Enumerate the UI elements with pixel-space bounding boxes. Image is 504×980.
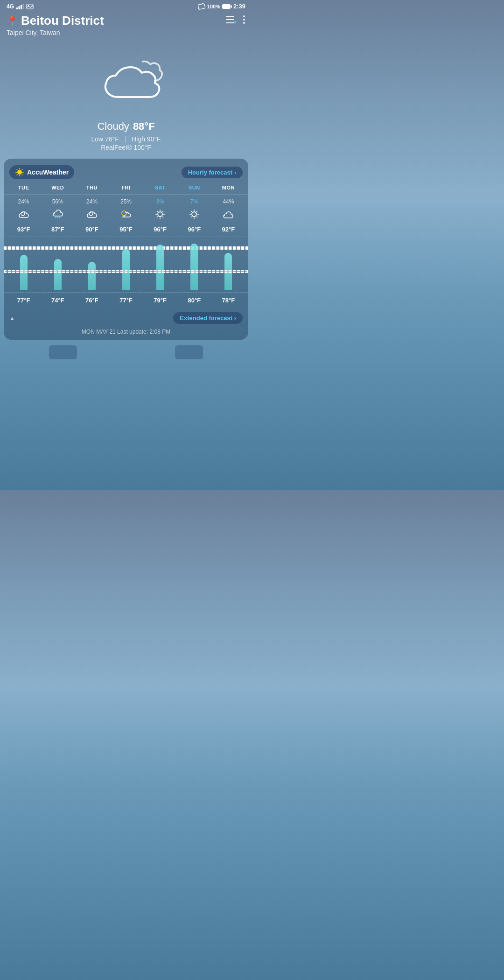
- temperature-bar: [190, 244, 198, 290]
- day-label: THU: [75, 184, 109, 191]
- svg-point-14: [17, 170, 22, 175]
- temperature-bar: [20, 255, 28, 290]
- hourly-forecast-button[interactable]: Hourly forecast ›: [182, 167, 243, 178]
- high-temp: 93°F: [7, 226, 41, 233]
- status-bar: 4G 100% 2:39: [0, 0, 252, 12]
- cloud-icon: [84, 55, 168, 111]
- weather-icon: [143, 209, 177, 222]
- high-temp: 92°F: [211, 226, 245, 233]
- location-name: 📍 Beitou District: [7, 14, 104, 28]
- svg-rect-9: [226, 22, 234, 23]
- svg-line-36: [162, 211, 163, 212]
- bar-wrapper: [41, 239, 75, 292]
- svg-line-26: [59, 217, 60, 218]
- weather-icon-section: [0, 41, 252, 120]
- precip-value: 24%: [7, 198, 41, 205]
- precip-value: 24%: [75, 198, 109, 205]
- image-icon: [26, 4, 34, 9]
- low-temp: 76°F: [75, 297, 109, 304]
- rotate-icon: [198, 3, 205, 10]
- bar-wrapper: [7, 239, 41, 292]
- svg-rect-6: [198, 3, 205, 9]
- bar-wrapper: [109, 239, 143, 292]
- high-temp: 90°F: [75, 226, 109, 233]
- svg-point-10: [234, 21, 237, 24]
- svg-point-11: [243, 15, 245, 17]
- last-update: MON MAY 21 Last update: 2:08 PM: [4, 326, 248, 340]
- weather-icon: [7, 210, 41, 221]
- svg-line-22: [17, 174, 18, 175]
- high-temp: High 90°F: [132, 135, 161, 143]
- day-label: FRI: [109, 184, 143, 191]
- location-pin-icon: 📍: [7, 15, 18, 27]
- svg-line-21: [21, 169, 22, 170]
- condition-label: Cloudy: [97, 120, 129, 133]
- status-left: 4G: [7, 3, 34, 10]
- extended-forecast-button[interactable]: Extended forecast ›: [173, 312, 243, 324]
- svg-line-37: [157, 217, 158, 217]
- svg-rect-7: [226, 16, 234, 17]
- weather-icon: [177, 209, 211, 222]
- high-temp: 96°F: [177, 226, 211, 233]
- temperature-bar: [122, 249, 130, 290]
- svg-line-20: [21, 174, 22, 175]
- svg-line-19: [17, 169, 18, 170]
- bar-wrapper: [75, 239, 109, 292]
- day-label: MON: [211, 184, 245, 191]
- precip-row: 24%56%24%25%3%7%44%: [4, 195, 248, 207]
- svg-rect-1: [19, 6, 20, 9]
- svg-rect-3: [23, 4, 24, 9]
- signal-label: 4G: [7, 3, 14, 10]
- location-info: 📍 Beitou District Taipei City, Taiwan: [7, 14, 104, 36]
- low-temp: 74°F: [41, 297, 75, 304]
- precip-value: 44%: [211, 198, 245, 205]
- low-temp: 79°F: [143, 297, 177, 304]
- city-name: Beitou District: [21, 14, 104, 28]
- temp-range: Low 76°F | High 90°F: [0, 135, 252, 143]
- bar-wrapper: [211, 239, 245, 292]
- low-temp: 77°F: [109, 297, 143, 304]
- day-label: WED: [41, 184, 75, 191]
- weather-icon: [109, 210, 143, 221]
- precip-value: 3%: [143, 198, 177, 205]
- temperature-bar: [224, 253, 232, 290]
- high-temp: 87°F: [41, 226, 75, 233]
- weather-icon: [75, 210, 109, 221]
- svg-point-12: [243, 19, 245, 21]
- header-icons: [226, 15, 245, 26]
- low-temp: 78°F: [211, 297, 245, 304]
- svg-point-38: [192, 212, 196, 217]
- battery-percent: 100%: [207, 4, 220, 9]
- battery-icon: [222, 4, 231, 9]
- bottom-bar: ▲ Extended forecast ›: [4, 308, 248, 326]
- bottom-nav-left: [49, 345, 77, 359]
- low-temp: Low 76°F: [91, 135, 119, 143]
- day-label: TUE: [7, 184, 41, 191]
- bar-chart: [4, 237, 248, 293]
- bar-wrapper: [177, 239, 211, 292]
- location-list-icon[interactable]: [226, 16, 236, 26]
- svg-point-29: [158, 212, 162, 217]
- svg-point-28: [122, 211, 126, 216]
- high-row: 93°F87°F90°F95°F96°F96°F92°F: [4, 224, 248, 237]
- triangle-icon: ▲: [9, 315, 15, 322]
- svg-line-24: [56, 217, 56, 218]
- more-options-icon[interactable]: [243, 15, 245, 26]
- weather-icon: [211, 210, 245, 221]
- svg-line-44: [196, 217, 197, 217]
- icon-row: [4, 207, 248, 224]
- precip-value: 56%: [41, 198, 75, 205]
- svg-rect-0: [16, 7, 18, 9]
- svg-rect-8: [226, 19, 234, 20]
- clock: 2:39: [233, 3, 245, 10]
- svg-point-5: [28, 5, 29, 6]
- day-label: SUN: [177, 184, 211, 191]
- city-sub: Taipei City, Taiwan: [7, 29, 104, 36]
- temperature-bar: [88, 262, 96, 290]
- bar-wrapper: [143, 239, 177, 292]
- svg-line-25: [57, 217, 58, 218]
- svg-line-34: [157, 211, 158, 212]
- realfeel: RealFeel® 100°F: [0, 144, 252, 151]
- low-row: 77°F74°F76°F77°F79°F80°F78°F: [4, 293, 248, 308]
- high-temp: 96°F: [143, 226, 177, 233]
